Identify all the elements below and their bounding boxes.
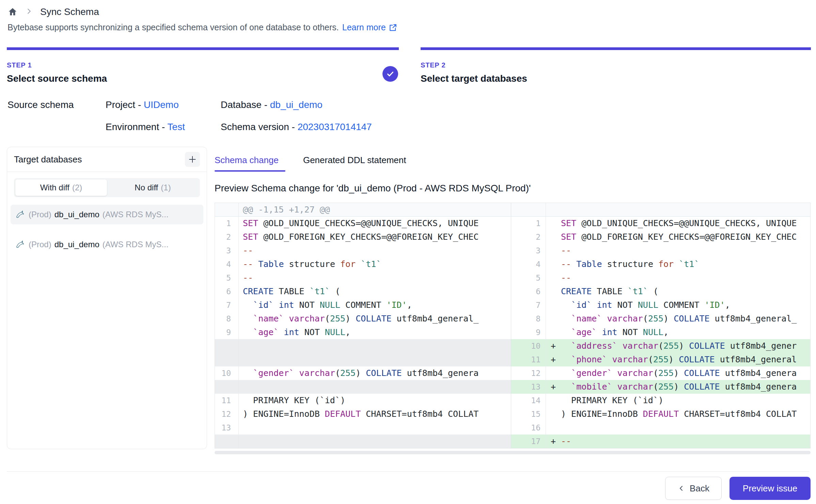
right-line-number: 2 [511,230,546,244]
left-code-line: `id` int NOT NULL COMMENT 'ID', [239,298,511,312]
left-code-line: -- [239,271,511,285]
project-link[interactable]: UIDemo [144,99,179,110]
schema-diff-viewer: @@ -1,15 +1,27 @@1SET @OLD_UNIQUE_CHECKS… [215,203,811,448]
diff-add-sign [546,257,561,271]
left-code-line [239,353,511,366]
right-code-line: CREATE TABLE `t1` ( [561,285,810,298]
description-text: Bytebase supports synchronizing a specif… [7,22,339,32]
left-line-number: 3 [215,244,239,257]
back-button[interactable]: Back [665,477,722,500]
source-environment-field: Environment - Test [106,122,185,132]
diff-row: 1316 [215,421,810,435]
right-code-line: -- [561,244,810,257]
diff-row: 11 PRIMARY KEY (`id`)14 PRIMARY KEY (`id… [215,394,810,407]
diff-add-sign: + [546,435,561,448]
step2-label: STEP 2 [421,61,527,69]
left-line-number: 4 [215,257,239,271]
diff-add-sign: + [546,380,561,394]
left-line-number: 1 [215,217,239,230]
left-line-number [215,353,239,366]
db-environment: (Prod) [29,210,51,219]
db-name: db_ui_demo [54,210,99,219]
target-panel-header: Target databases [7,147,207,172]
right-line-number: 3 [511,244,546,257]
diff-row: 2SET @OLD_FOREIGN_KEY_CHECKS=@@FOREIGN_K… [215,230,810,244]
tab-generated-ddl[interactable]: Generated DDL statement [303,155,406,174]
right-code-line: `phone` varchar(255) COLLATE utf8mb4_gen… [561,353,810,366]
step1-progress-bar [7,47,399,50]
step1-title: Select source schema [7,73,107,84]
step2-progress-bar [421,47,811,50]
right-line-number: 8 [511,312,546,326]
step2-title: Select target databases [421,73,527,84]
schema-version-link[interactable]: 20230317014147 [298,122,372,132]
diff-add-sign [546,217,561,230]
breadcrumb: Sync Schema [7,5,99,19]
left-code-line: -- Table structure for `t1` [239,257,511,271]
diff-add-sign [546,285,561,298]
right-line-number: 9 [511,326,546,339]
right-code-line: `id` int NOT NULL COMMENT 'ID', [561,298,810,312]
diff-horizontal-scrollbar[interactable] [215,451,811,454]
target-databases-panel: Target databases With diff(2)No diff(1) … [7,147,207,449]
source-schema-label: Source schema [7,99,74,110]
source-database-field: Database - db_ui_demo [221,99,323,110]
left-code-line: `name` varchar(255) COLLATE utf8mb4_gene… [239,312,511,326]
right-line-number: 6 [511,285,546,298]
diff-row: 9 `age` int NOT NULL,9 `age` int NOT NUL… [215,326,810,339]
right-line-number: 14 [511,394,546,407]
left-code-line: ) ENGINE=InnoDB DEFAULT CHARSET=utf8mb4 … [239,407,511,421]
diff-add-sign [546,312,561,326]
target-database-item[interactable]: (Prod)db_ui_demo(AWS RDS MyS... [11,235,203,254]
diff-add-sign [546,326,561,339]
environment-link[interactable]: Test [168,122,185,132]
diff-filter-tab[interactable]: No diff(1) [107,179,199,196]
chevron-right-icon [25,7,33,16]
diff-add-sign [546,298,561,312]
left-code-line: SET @OLD_FOREIGN_KEY_CHECKS=@@FOREIGN_KE… [239,230,511,244]
learn-more-link[interactable]: Learn more [342,22,397,32]
diff-row: 4-- Table structure for `t1`4-- Table st… [215,257,810,271]
add-target-database-button[interactable] [185,152,200,167]
home-icon[interactable] [7,7,18,17]
external-link-icon [389,23,397,32]
right-line-number: 5 [511,271,546,285]
left-line-number: 12 [215,407,239,421]
right-line-number: 4 [511,257,546,271]
diff-row: 13+ `mobile` varchar(255) COLLATE utf8mb… [215,380,810,394]
right-line-number: 11 [511,353,546,366]
right-code-line: -- [561,435,810,448]
left-line-number: 9 [215,326,239,339]
left-line-number [215,435,239,448]
step1-label: STEP 1 [7,61,107,69]
diff-row: 17+-- [215,435,810,448]
right-line-number: 7 [511,298,546,312]
right-code-line: SET @OLD_UNIQUE_CHECKS=@@UNIQUE_CHECKS, … [561,217,810,230]
db-name: db_ui_demo [54,240,99,249]
target-database-item[interactable]: (Prod)db_ui_demo(AWS RDS MyS... [11,205,203,224]
left-code-line: PRIMARY KEY (`id`) [239,394,511,407]
footer-divider [7,471,809,472]
right-code-line: `mobile` varchar(255) COLLATE utf8mb4_ge… [561,380,810,394]
right-code-line: SET @OLD_FOREIGN_KEY_CHECKS=@@FOREIGN_KE… [561,230,810,244]
right-code-line: `age` int NOT NULL, [561,326,810,339]
left-code-line [239,421,511,435]
diff-filter-tab[interactable]: With diff(2) [15,179,107,196]
left-code-line: CREATE TABLE `t1` ( [239,285,511,298]
diff-row: 5--5-- [215,271,810,285]
left-line-number: 2 [215,230,239,244]
diff-add-sign [546,366,561,380]
left-code-line: SET @OLD_UNIQUE_CHECKS=@@UNIQUE_CHECKS, … [239,217,511,230]
left-line-number: 5 [215,271,239,285]
diff-add-sign [546,407,561,421]
database-link[interactable]: db_ui_demo [270,99,323,110]
source-schema-version-field: Schema version - 20230317014147 [221,122,372,132]
diff-row: 12) ENGINE=InnoDB DEFAULT CHARSET=utf8mb… [215,407,810,421]
chevron-left-icon [677,484,686,492]
active-tab-underline [215,170,285,172]
page-description: Bytebase supports synchronizing a specif… [7,22,397,32]
right-code-line: ) ENGINE=InnoDB DEFAULT CHARSET=utf8mb4 … [561,407,810,421]
preview-issue-button[interactable]: Preview issue [729,477,811,500]
diff-add-sign [546,244,561,257]
step1-completed-check-icon [382,66,398,82]
